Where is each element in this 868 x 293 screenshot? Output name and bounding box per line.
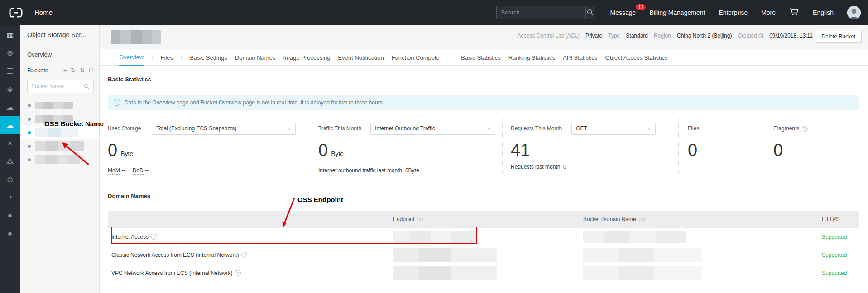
help-icon[interactable]: ? [235, 270, 241, 276]
tab-basic-settings[interactable]: Basic Settings [190, 54, 227, 65]
apps-grid-icon[interactable]: ▦ [0, 26, 20, 44]
user-avatar[interactable] [847, 6, 861, 19]
language-selector[interactable]: English [813, 9, 834, 16]
molecule-product-icon[interactable]: ⁂ [0, 152, 20, 170]
region-label: Region [654, 33, 671, 39]
created-value: 09/19/2018, 13:11 [769, 33, 813, 39]
https-status: Supported [822, 270, 859, 276]
chevron-down-icon: ∨ [288, 126, 291, 131]
used-storage-select[interactable]: Total (Excluding ECS Snapshots) ∨ [152, 123, 296, 135]
domain-table-header: Endpoint ? Bucket Domain Name ? HTTPS [108, 211, 859, 228]
mom-link[interactable]: MoM [108, 167, 120, 175]
requests-value: 41 [511, 141, 530, 160]
bucket-meta: Access Control List (ACL) Private Type S… [518, 33, 813, 39]
alibaba-cloud-logo-icon[interactable] [9, 8, 23, 18]
help-icon[interactable]: ? [802, 126, 808, 132]
tab-basic-statistics[interactable]: Basic Statistics [461, 54, 500, 65]
dod-link[interactable]: DoD [133, 167, 144, 175]
bucket-header: Access Control List (ACL) Private Type S… [100, 25, 868, 49]
bucket-list-item-selected[interactable] [20, 126, 99, 139]
search-icon[interactable] [585, 6, 595, 19]
topbar-menu: Message 12 Billing Management Enterprise… [610, 6, 861, 19]
help-icon[interactable]: ? [241, 252, 247, 258]
tab-files[interactable]: Files [161, 54, 173, 65]
help-icon[interactable]: ? [417, 217, 423, 222]
basic-statistics-title: Basic Statistics [108, 66, 859, 83]
console-product-icon[interactable]: ◈ [0, 80, 20, 98]
bucket-search-input[interactable] [31, 83, 84, 90]
traffic-select[interactable]: Internet Outbound Traffic ∨ [370, 123, 495, 135]
endpoint-column-header: Endpoint [393, 216, 414, 222]
info-icon: i [114, 99, 120, 106]
main-content: Access Control List (ACL) Private Type S… [100, 25, 868, 293]
tab-overview[interactable]: Overview [119, 54, 144, 66]
tab-image-processing[interactable]: Image Processing [283, 54, 330, 65]
files-value: 0 [688, 141, 697, 160]
tab-separator: | [181, 54, 182, 65]
bucket-list-item[interactable] [20, 139, 99, 153]
traffic-card: Traffic This Month Internet Outbound Tra… [310, 119, 503, 173]
tab-event-notification[interactable]: Event Notification [338, 54, 384, 65]
requests-card: Requests This Month GET ∨ 41 Requests la… [503, 119, 679, 173]
help-icon[interactable]: ? [639, 217, 645, 222]
traffic-sub-text: Internet outbound traffic last month: 0B… [318, 167, 502, 174]
oss-active-icon[interactable]: ☁ [0, 116, 20, 134]
cloud-product-icon[interactable]: ☁ [0, 98, 20, 116]
bucket-list-item[interactable] [20, 153, 99, 166]
bucket-dot-icon [28, 158, 31, 161]
type-label: Type [608, 33, 620, 39]
server-ecs-icon[interactable]: ☰ [0, 62, 20, 80]
https-status: Supported [822, 252, 859, 258]
billing-management-menu-item[interactable]: Billing Management [649, 9, 705, 16]
delete-bucket-button[interactable]: Delete Bucket [815, 31, 862, 43]
tab-separator: | [447, 54, 449, 65]
tab-function-compute[interactable]: Function Compute [392, 54, 440, 65]
fragments-value: 0 [773, 141, 783, 160]
enterprise-menu-item[interactable]: Enterprise [719, 9, 748, 16]
global-search[interactable] [496, 6, 595, 19]
refresh-icon[interactable]: ↻ [71, 67, 76, 74]
cross-product-icon[interactable]: × [0, 134, 20, 152]
tab-ranking-statistics[interactable]: Ranking Statistics [508, 54, 555, 65]
swirl-product-icon[interactable]: ◔ [0, 189, 20, 207]
bucket-domain-column-header: Bucket Domain Name [583, 216, 636, 222]
bucket-dot-icon [28, 145, 31, 148]
acl-label: Access Control List (ACL) [518, 33, 580, 39]
home-link[interactable]: Home [34, 9, 53, 16]
message-menu-item[interactable]: Message 12 [610, 9, 636, 16]
redacted-endpoint [393, 248, 497, 262]
bucket-tabbar: Overview | Files | Basic Settings Domain… [100, 49, 868, 66]
tab-object-access-statistics[interactable]: Object Access Statistics [605, 54, 668, 65]
traffic-label: Traffic This Month [318, 125, 361, 132]
requests-sub-text: Requests last month: 0 [511, 164, 678, 170]
https-status: Supported [822, 234, 859, 240]
annotation-oss-bucket-name: OSS Bucket Name [44, 120, 104, 128]
bucket-list-item[interactable] [20, 99, 99, 112]
global-search-input[interactable] [497, 9, 585, 16]
cart-icon[interactable] [789, 8, 799, 17]
sidebar-item-overview[interactable]: Overview [20, 45, 99, 64]
traffic-value: 0 [318, 141, 328, 160]
globe-cdn-icon[interactable]: ⊕ [0, 170, 20, 189]
redacted-endpoint [393, 266, 497, 280]
domain-names-table: Endpoint ? Bucket Domain Name ? HTTPS In… [108, 211, 859, 288]
dot-product-icon-1[interactable]: ● [0, 207, 20, 225]
dot-product-icon-2[interactable]: ● [0, 225, 20, 243]
table-row-classic-network: Classic Network Access from ECS (Interna… [108, 246, 859, 264]
more-menu-item[interactable]: More [761, 9, 776, 16]
dod-value: -- [145, 167, 149, 174]
network-nodes-icon[interactable]: ⊛ [0, 44, 20, 62]
bucket-list [20, 99, 99, 166]
sort-icon[interactable]: ⇅ [80, 67, 85, 74]
bucket-search[interactable] [27, 80, 94, 93]
tab-separator: | [151, 54, 153, 65]
requests-select[interactable]: GET ∨ [571, 123, 656, 135]
redacted-bucket-domain [583, 231, 686, 243]
expand-view-icon[interactable]: ⊡ [89, 67, 94, 74]
row-label: Classic Network Access from ECS (Interna… [111, 252, 239, 258]
files-label: Files [688, 125, 699, 132]
tab-domain-names[interactable]: Domain Names [235, 54, 276, 65]
add-bucket-icon[interactable]: + [63, 67, 67, 74]
tab-api-statistics[interactable]: API Statistics [563, 54, 598, 65]
bucket-dot-icon [28, 104, 31, 107]
